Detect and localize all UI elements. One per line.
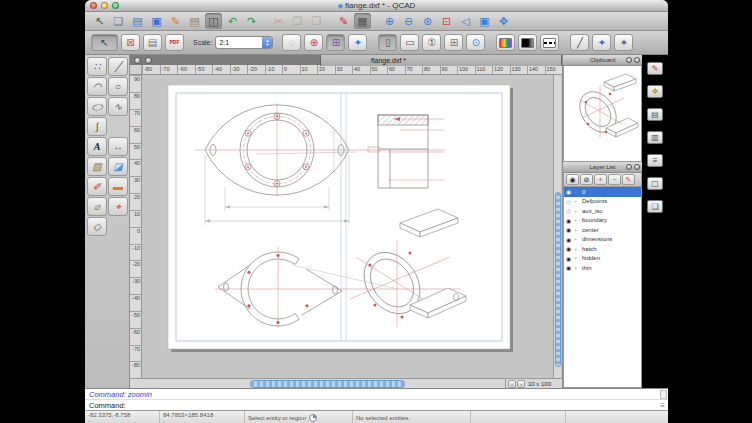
line-angle-button[interactable]: ╱ [570, 34, 589, 51]
snap-tools-button[interactable]: ⌖ [108, 197, 128, 216]
edit-pen-button[interactable]: ✎ [335, 13, 352, 29]
remove-layer-button[interactable]: − [608, 174, 621, 185]
pan-button[interactable]: ✥ [495, 13, 512, 29]
line-tools-button[interactable]: ╱ [108, 57, 128, 76]
layer-lock-icon[interactable]: ▪ [575, 246, 580, 252]
layer-visibility-icon[interactable]: ◉ [566, 236, 573, 243]
selection-pointer-button[interactable]: ↖ [91, 34, 118, 51]
reset-action-button[interactable]: ⊠ [121, 34, 140, 51]
arc-tools-button[interactable]: ◠ [87, 77, 107, 96]
paste-button[interactable]: ❒ [308, 13, 325, 29]
open-file-button[interactable]: ▤ [129, 13, 146, 29]
dock-selection-button[interactable]: ▢ [647, 177, 663, 190]
spline-tools-button[interactable]: ∫ [87, 117, 107, 136]
dock-views-button[interactable]: ▥ [647, 131, 663, 144]
zoom-out-button[interactable]: ⊖ [400, 13, 417, 29]
zoom-window-button[interactable]: ⊡ [438, 13, 455, 29]
trim-tools-button[interactable]: ▬ [108, 177, 128, 196]
measure-tools-button[interactable]: ⌀ [87, 197, 107, 216]
command-options-icon[interactable]: ≡ [660, 401, 665, 410]
layer-lock-icon[interactable]: ▪ [575, 198, 580, 204]
page-portrait-button[interactable]: ▯ [378, 34, 397, 51]
layer-visibility-icon[interactable]: ◉ [566, 217, 573, 224]
title-bar[interactable]: ◆flange.dxf * - QCAD [85, 0, 668, 12]
tab-float-button[interactable] [145, 57, 152, 64]
undo-button[interactable]: ↶ [224, 13, 241, 29]
combo-arrows-icon[interactable]: ▲▼ [262, 36, 272, 49]
dock-blocks-button[interactable]: ▤ [647, 108, 663, 121]
layer-row[interactable]: ◎ ▪ Defpoints [564, 197, 641, 207]
layer-visibility-icon[interactable]: ◉ [566, 245, 573, 252]
layer-panel-header[interactable]: Layer List [563, 162, 642, 173]
layer-visibility-icon[interactable]: ◉ [566, 255, 573, 262]
vertical-scrollbar[interactable] [553, 75, 561, 378]
close-window-button[interactable] [90, 2, 97, 9]
layer-lock-icon[interactable]: ▪ [575, 208, 580, 214]
select-tool-button[interactable]: ↖ [91, 13, 108, 29]
print-button[interactable]: ▤ [186, 13, 203, 29]
linetype-swatch-button[interactable] [540, 34, 559, 51]
auto-zoom-button[interactable]: ⊛ [419, 13, 436, 29]
zoom-page-button[interactable]: ⊙ [466, 34, 485, 51]
layer-row[interactable]: ◉ ▪ thin [564, 263, 641, 273]
scale-combobox[interactable]: 2:1 ▲▼ [215, 36, 273, 49]
layer-lock-icon[interactable]: ▪ [575, 255, 580, 261]
layer-lock-icon[interactable]: ▪ [575, 189, 580, 195]
horizontal-scrollbar[interactable] [130, 379, 505, 388]
layer-visibility-icon[interactable]: ◉ [566, 188, 573, 195]
circle-tools-button[interactable]: ○ [108, 77, 128, 96]
snap-auto-button[interactable]: ✦ [348, 34, 367, 51]
layer-lock-icon[interactable]: ▪ [575, 227, 580, 233]
polyline-tools-button[interactable]: ∿ [108, 97, 128, 116]
lineweight-swatch-button[interactable] [518, 34, 537, 51]
clipboard-panel-header[interactable]: Clipboard [563, 55, 642, 66]
image-tool-button[interactable]: ◪ [108, 157, 128, 176]
zoom-selection-button[interactable]: ▣ [476, 13, 493, 29]
command-history-scrollbar[interactable] [660, 390, 667, 399]
dock-command-button[interactable]: ≡ [647, 154, 663, 167]
dock-clipboard-button[interactable]: ❏ [647, 200, 663, 213]
reference-snap-button[interactable]: ✦ [592, 34, 611, 51]
vertical-scrollbar-thumb[interactable] [555, 192, 561, 367]
new-file-button[interactable]: ❏ [110, 13, 127, 29]
cut-button[interactable]: ✂ [270, 13, 287, 29]
add-layer-button[interactable]: + [594, 174, 607, 185]
point-tools-button[interactable]: ∷ [87, 57, 107, 76]
page-landscape-button[interactable]: ▭ [400, 34, 419, 51]
layer-visibility-icon[interactable]: ◎ [566, 198, 573, 205]
document-tab[interactable]: flange.dxf * [320, 55, 562, 66]
previous-view-button[interactable]: ◁ [457, 13, 474, 29]
tools-button[interactable]: ✶ [614, 34, 633, 51]
drawing-canvas[interactable] [142, 75, 553, 378]
modify-tools-button[interactable]: ✐ [87, 177, 107, 196]
layer-row[interactable]: ◉ ▪ hidden [564, 254, 641, 264]
text-tool-button[interactable]: A [87, 137, 107, 156]
layer-visibility-icon[interactable]: ◎ [566, 207, 573, 214]
layer-row[interactable]: ◉ ▪ dimensions [564, 235, 641, 245]
panel-float-button[interactable] [626, 57, 632, 63]
grid-settings-button[interactable]: ⊞ [444, 34, 463, 51]
show-all-layers-button[interactable]: ◉ [566, 174, 579, 185]
tab-close-button[interactable] [134, 57, 141, 64]
snap-grid-button[interactable]: ⊕ [304, 34, 323, 51]
horizontal-scrollbar-thumb[interactable] [250, 380, 405, 388]
layer-row[interactable]: ◉ ▪ 0 [564, 187, 641, 197]
dock-library-button[interactable]: ❖ [647, 85, 663, 98]
layer-row[interactable]: ◎ ▪ aux_iso [564, 206, 641, 216]
dimension-tools-button[interactable]: ↔ [108, 137, 128, 156]
corner-left-button[interactable]: ‹ [508, 380, 516, 388]
layer-visibility-icon[interactable]: ◉ [566, 264, 573, 271]
hide-all-layers-button[interactable]: ⊘ [580, 174, 593, 185]
panel-float-button[interactable] [626, 164, 632, 170]
redo-button[interactable]: ↷ [243, 13, 260, 29]
layer-row[interactable]: ◉ ▪ boundary [564, 216, 641, 226]
sheet-settings-button[interactable]: ① [422, 34, 441, 51]
dock-pen-button[interactable]: ✎ [647, 62, 663, 75]
color-swatch-button[interactable] [496, 34, 515, 51]
save-file-button[interactable]: ▣ [148, 13, 165, 29]
layer-lock-icon[interactable]: ▪ [575, 217, 580, 223]
snap-intersection-button[interactable]: ⊞ [326, 34, 345, 51]
panel-close-button[interactable] [634, 164, 640, 170]
projection-tools-button[interactable]: ◇ [87, 217, 107, 236]
snap-free-button[interactable]: ◌ [282, 34, 301, 51]
